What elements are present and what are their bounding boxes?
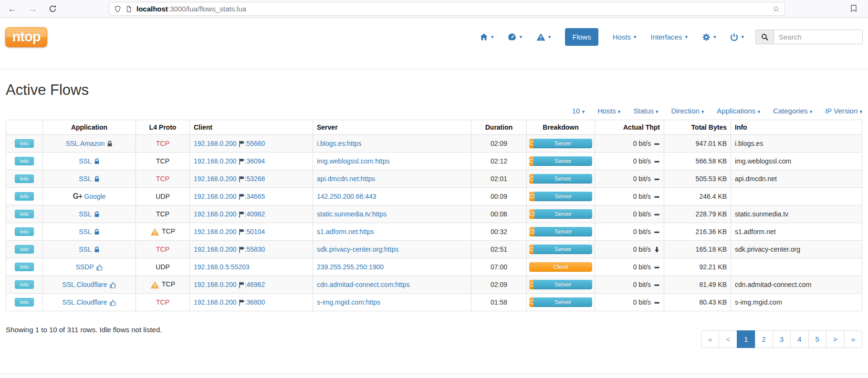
filter-categories[interactable]: Categories ▾ <box>773 107 812 115</box>
cell-l4-proto: TCP <box>136 276 190 294</box>
shield-icon <box>114 5 121 13</box>
client-link[interactable]: 192.168.0.200 <box>194 210 237 218</box>
page-link-5[interactable]: 5 <box>808 330 826 348</box>
nav-item-power[interactable]: ▾ <box>730 33 744 41</box>
page-link-1[interactable]: 1 <box>737 330 755 348</box>
home-icon <box>480 33 488 41</box>
client-port-link[interactable]: :36800 <box>245 298 265 306</box>
page-title: Active Flows <box>6 82 862 99</box>
server-link[interactable]: s1.adform.net:https <box>317 228 374 235</box>
search-button[interactable] <box>755 30 774 44</box>
nav-item-alerts[interactable]: ▾ <box>536 33 551 41</box>
application-link[interactable]: Google <box>84 193 105 200</box>
filter-direction[interactable]: Direction ▾ <box>671 107 704 115</box>
server-link[interactable]: sdk.privacy-center.org:https <box>317 245 398 253</box>
flow-info-button[interactable]: Info <box>15 227 34 236</box>
filter-applications[interactable]: Applications ▾ <box>717 107 760 115</box>
client-port-link[interactable]: :46962 <box>245 281 265 288</box>
client-port-link[interactable]: :36094 <box>245 157 265 165</box>
breakdown-bar: ClientServer <box>529 280 592 289</box>
application-link[interactable]: SSL.Cloudflare <box>62 281 107 288</box>
server-link[interactable]: s-img.mgid.com:https <box>317 298 380 306</box>
application-link[interactable]: SSL <box>79 210 91 218</box>
ntop-logo[interactable]: ntop <box>5 27 47 47</box>
star-icon[interactable]: ☆ <box>773 4 780 14</box>
filter-ip-version[interactable]: IP Version ▾ <box>825 107 862 115</box>
server-link[interactable]: img.weblogssl.com:https <box>317 157 390 165</box>
application-link[interactable]: SSL.Amazon <box>66 140 105 147</box>
flow-info-button[interactable]: Info <box>15 280 34 289</box>
browser-back-button[interactable]: ← <box>8 4 17 13</box>
cell-breakdown: ClientServer <box>527 241 595 258</box>
client-link[interactable]: 192.168.0.200 <box>194 245 237 253</box>
filter-hosts[interactable]: Hosts ▾ <box>597 107 620 115</box>
page-link-<[interactable]: < <box>719 330 737 348</box>
application-link[interactable]: SSDP <box>75 263 94 271</box>
breakdown-client-segment: Client <box>529 280 533 289</box>
page-link-«[interactable]: « <box>701 330 719 348</box>
reload-icon[interactable] <box>49 5 57 13</box>
page-link-»[interactable]: » <box>844 330 862 348</box>
cell-actual-thpt: 0 bit/s <box>595 294 664 311</box>
page-link-2[interactable]: 2 <box>755 330 773 348</box>
application-link[interactable]: SSL <box>79 245 91 253</box>
client-port-link[interactable]: :55660 <box>245 140 265 147</box>
page-link->[interactable]: > <box>826 330 845 348</box>
cell-client: 192.168.0.200:34665 <box>190 188 313 205</box>
cell-total-bytes: 165.18 KB <box>664 241 731 258</box>
flow-info-button[interactable]: Info <box>15 139 34 148</box>
client-port-link[interactable]: :53268 <box>245 175 265 183</box>
flow-row: Info SSL TCP 192.168.0.200:55830 sdk.pri… <box>6 241 862 258</box>
cell-server: static.sunmedia.tv:https <box>313 205 471 223</box>
client-link[interactable]: 192.168.0.200 <box>194 281 237 288</box>
cell-total-bytes: 228.79 KB <box>664 205 731 223</box>
filter-status[interactable]: Status ▾ <box>633 107 658 115</box>
client-link[interactable]: 192.168.0.200 <box>194 298 237 306</box>
client-port-link[interactable]: :40982 <box>245 210 265 218</box>
filter-10[interactable]: 10 ▾ <box>572 107 585 115</box>
bookmarks-shield-icon[interactable] <box>850 4 858 12</box>
cell-application: SSL.Amazon <box>43 135 136 153</box>
application-link[interactable]: SSL <box>79 228 91 235</box>
cell-l4-proto: TCP <box>136 170 190 188</box>
server-link[interactable]: 239.255.255.250:1900 <box>317 263 384 271</box>
client-link[interactable]: 192.168.0.200 <box>194 193 237 200</box>
nav-item-hosts[interactable]: Hosts▾ <box>613 33 637 41</box>
server-link[interactable]: i.blogs.es:https <box>317 140 361 147</box>
server-link[interactable]: 142.250.200.66:443 <box>317 193 376 200</box>
breakdown-client-segment: Client <box>529 174 533 184</box>
client-link[interactable]: 192.168.0.200 <box>194 175 237 183</box>
client-port-link[interactable]: :34665 <box>245 193 265 200</box>
search-input[interactable] <box>774 30 863 44</box>
client-link[interactable]: 192.168.0.200 <box>194 157 237 165</box>
server-link[interactable]: api.dmcdn.net:https <box>317 175 375 183</box>
client-port-link[interactable]: :55830 <box>245 245 265 253</box>
application-link[interactable]: SSL.Cloudflare <box>62 298 107 306</box>
client-link[interactable]: 192.168.0.200 <box>194 228 237 235</box>
lock-icon <box>107 140 113 147</box>
nav-item-home[interactable]: ▾ <box>480 33 494 41</box>
flow-info-button[interactable]: Info <box>15 298 34 306</box>
url-bar[interactable]: localhost:3000/lua/flows_stats.lua ☆ <box>109 2 785 16</box>
flow-info-button[interactable]: Info <box>15 192 34 201</box>
flow-info-button[interactable]: Info <box>15 174 34 183</box>
application-link[interactable]: SSL <box>79 175 91 183</box>
flow-info-button[interactable]: Info <box>15 210 34 218</box>
page-link-3[interactable]: 3 <box>773 330 791 348</box>
server-link[interactable]: cdn.admitad-connect.com:https <box>317 281 410 288</box>
nav-item-settings[interactable]: ▾ <box>702 33 716 41</box>
page-link-4[interactable]: 4 <box>790 330 808 348</box>
client-link[interactable]: 192.168.0.5 <box>194 263 229 271</box>
application-link[interactable]: SSL <box>79 157 91 165</box>
flow-info-button[interactable]: Info <box>15 263 34 271</box>
flow-info-button[interactable]: Info <box>15 245 34 254</box>
nav-item-flows[interactable]: Flows <box>565 28 598 46</box>
client-port-link[interactable]: :55203 <box>229 263 250 271</box>
browser-forward-button[interactable]: → <box>28 4 37 13</box>
nav-item-dashboard[interactable]: ▾ <box>508 33 522 41</box>
server-link[interactable]: static.sunmedia.tv:https <box>317 210 387 218</box>
client-link[interactable]: 192.168.0.200 <box>194 140 237 147</box>
flow-info-button[interactable]: Info <box>15 157 34 165</box>
nav-item-interfaces[interactable]: Interfaces▾ <box>651 33 688 41</box>
client-port-link[interactable]: :50104 <box>245 228 265 235</box>
